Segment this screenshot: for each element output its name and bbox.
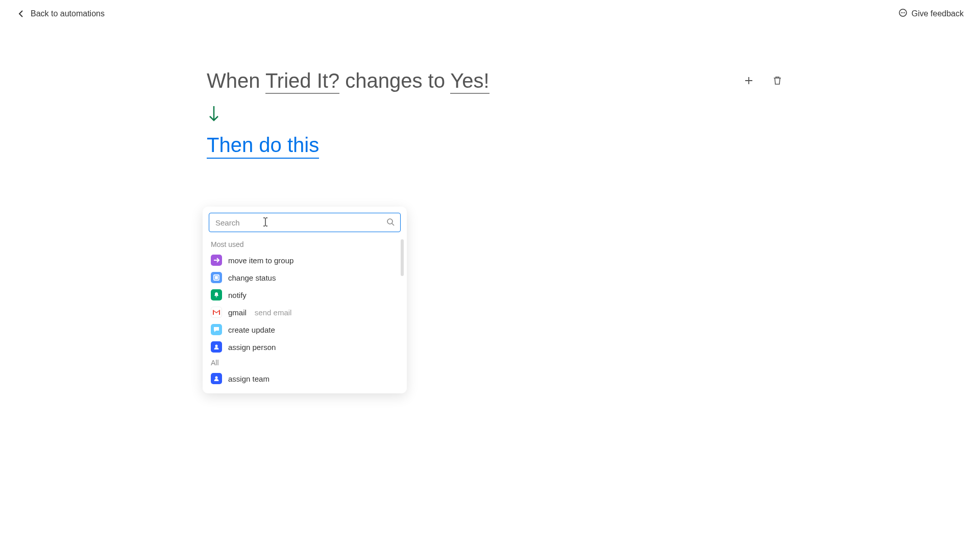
option-move-item-to-group[interactable]: move item to group — [203, 252, 407, 269]
bell-icon — [211, 289, 222, 300]
arrow-right-icon — [211, 255, 222, 266]
option-gmail[interactable]: gmail send email — [203, 304, 407, 321]
search-icon — [386, 218, 395, 228]
trigger-sentence: When Tried It? changes to Yes! — [207, 68, 489, 93]
scrollbar-thumb[interactable] — [401, 239, 404, 276]
all-section-label: All — [203, 356, 407, 370]
trigger-value-token[interactable]: Yes! — [450, 69, 489, 94]
action-prompt-row: Then do this — [207, 134, 980, 159]
give-feedback-link[interactable]: Give feedback — [898, 8, 964, 19]
option-label: assign team — [228, 374, 270, 383]
search-wrapper — [203, 213, 407, 237]
arrow-down-icon — [207, 105, 221, 123]
option-label: change status — [228, 273, 276, 282]
svg-point-4 — [215, 377, 218, 379]
option-change-status[interactable]: change status — [203, 269, 407, 286]
automation-builder: When Tried It? changes to Yes! Then do t… — [0, 28, 980, 159]
option-label: create update — [228, 325, 275, 334]
trigger-prefix: When — [207, 69, 265, 92]
person-icon — [211, 373, 222, 384]
gmail-icon — [211, 307, 222, 318]
feedback-icon — [898, 8, 908, 19]
flow-arrow — [207, 105, 980, 126]
chevron-left-icon — [16, 9, 27, 19]
back-label: Back to automations — [31, 9, 105, 18]
option-label: move item to group — [228, 256, 293, 265]
speech-icon — [211, 324, 222, 335]
option-create-update[interactable]: create update — [203, 321, 407, 338]
list-icon — [211, 272, 222, 283]
option-label: notify — [228, 291, 247, 299]
person-icon — [211, 341, 222, 353]
trigger-middle: changes to — [339, 69, 450, 92]
trigger-actions — [743, 74, 783, 87]
search-input[interactable] — [209, 213, 401, 232]
option-assign-person[interactable]: assign person — [203, 338, 407, 356]
option-notify[interactable]: notify — [203, 286, 407, 304]
svg-point-3 — [215, 345, 218, 347]
action-picker-dropdown: Most used move item to group change stat… — [203, 207, 407, 393]
add-block-button[interactable] — [743, 74, 755, 87]
trigger-field-token[interactable]: Tried It? — [265, 69, 339, 94]
then-do-this-button[interactable]: Then do this — [207, 134, 319, 159]
option-label: gmail — [228, 308, 247, 317]
most-used-section-label: Most used — [203, 237, 407, 252]
trigger-row: When Tried It? changes to Yes! — [207, 68, 980, 93]
top-bar: Back to automations Give feedback — [0, 0, 980, 28]
option-assign-team[interactable]: assign team — [203, 370, 407, 387]
option-label: assign person — [228, 343, 276, 352]
back-to-automations-link[interactable]: Back to automations — [16, 9, 105, 19]
delete-block-button[interactable] — [771, 74, 783, 87]
option-sublabel: send email — [255, 308, 292, 317]
feedback-label: Give feedback — [912, 9, 964, 18]
svg-point-1 — [387, 219, 393, 224]
